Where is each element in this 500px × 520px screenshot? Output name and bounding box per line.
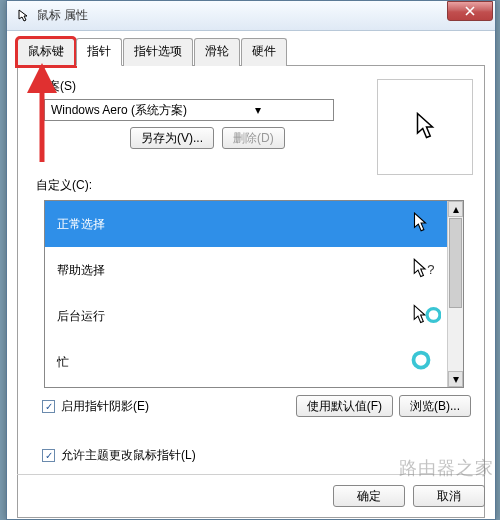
dialog-footer: 确定 取消: [17, 474, 485, 507]
list-item-busy[interactable]: 忙: [45, 339, 447, 385]
checkbox-label: 允许主题更改鼠标指针(L): [61, 447, 196, 464]
window-title: 鼠标 属性: [37, 7, 447, 24]
scroll-track[interactable]: [448, 309, 463, 371]
tab-mouse-buttons[interactable]: 鼠标键: [17, 38, 75, 66]
cursor-working-bg-icon: [411, 304, 435, 328]
svg-point-1: [427, 309, 440, 322]
tab-hardware[interactable]: 硬件: [241, 38, 287, 66]
tab-label: 硬件: [252, 44, 276, 58]
cursor-help-icon: ?: [411, 258, 435, 282]
svg-point-2: [414, 353, 429, 368]
scroll-down-button[interactable]: ▾: [448, 371, 463, 387]
tab-wheel[interactable]: 滑轮: [194, 38, 240, 66]
button-label: 删除(D): [233, 131, 274, 145]
list-item-label: 帮助选择: [57, 262, 105, 279]
chevron-down-icon: ▾: [189, 103, 327, 117]
tab-strip: 鼠标键 指针 指针选项 滑轮 硬件: [17, 37, 485, 66]
list-item-normal-select[interactable]: 正常选择: [45, 201, 447, 247]
svg-text:?: ?: [427, 262, 434, 277]
scroll-up-button[interactable]: ▴: [448, 201, 463, 217]
list-item-help-select[interactable]: 帮助选择 ?: [45, 247, 447, 293]
content-area: 鼠标键 指针 指针选项 滑轮 硬件 方案(S) Windows Aero (系统…: [7, 31, 495, 520]
tab-label: 指针选项: [134, 44, 182, 58]
use-defaults-button[interactable]: 使用默认值(F): [296, 395, 393, 417]
ok-button[interactable]: 确定: [333, 485, 405, 507]
tab-label: 鼠标键: [28, 44, 64, 58]
tab-label: 滑轮: [205, 44, 229, 58]
tab-label: 指针: [87, 44, 111, 58]
customize-label: 自定义(C):: [36, 177, 472, 194]
button-label: 另存为(V)...: [141, 131, 203, 145]
close-button[interactable]: [447, 1, 493, 21]
cursor-listbox[interactable]: 正常选择 帮助选择 ?: [44, 200, 464, 388]
tab-pointer-options[interactable]: 指针选项: [123, 38, 193, 66]
checkbox-label: 启用指针阴影(E): [61, 398, 149, 415]
list-item-label: 正常选择: [57, 216, 105, 233]
tab-panel: 方案(S) Windows Aero (系统方案) ▾ 另存为(V)... 删除…: [17, 66, 485, 518]
browse-button[interactable]: 浏览(B)...: [399, 395, 471, 417]
list-item-label: 后台运行: [57, 308, 105, 325]
list-item-working-bg[interactable]: 后台运行: [45, 293, 447, 339]
scheme-current: Windows Aero (系统方案): [51, 102, 189, 119]
tab-pointers[interactable]: 指针: [76, 38, 122, 66]
button-label: 确定: [357, 489, 381, 503]
button-label: 使用默认值(F): [307, 399, 382, 413]
cursor-busy-icon: [411, 350, 435, 374]
mouse-properties-window: 鼠标 属性 鼠标键 指针 指针选项 滑轮 硬件 方案(S) Windows Ae…: [6, 0, 496, 520]
scheme-dropdown[interactable]: Windows Aero (系统方案) ▾: [44, 99, 334, 121]
cursor-preview: [377, 79, 473, 175]
cancel-button[interactable]: 取消: [413, 485, 485, 507]
enable-shadow-checkbox[interactable]: [42, 400, 55, 413]
titlebar[interactable]: 鼠标 属性: [7, 1, 495, 31]
button-label: 浏览(B)...: [410, 399, 460, 413]
window-icon: [15, 8, 31, 24]
save-as-button[interactable]: 另存为(V)...: [130, 127, 214, 149]
listbox-scrollbar[interactable]: ▴ ▾: [447, 201, 463, 387]
list-item-label: 忙: [57, 354, 69, 371]
allow-theme-checkbox[interactable]: [42, 449, 55, 462]
delete-button[interactable]: 删除(D): [222, 127, 285, 149]
scroll-thumb[interactable]: [449, 218, 462, 308]
allow-theme-row[interactable]: 允许主题更改鼠标指针(L): [42, 447, 472, 464]
button-label: 取消: [437, 489, 461, 503]
cursor-arrow-icon: [411, 212, 435, 236]
